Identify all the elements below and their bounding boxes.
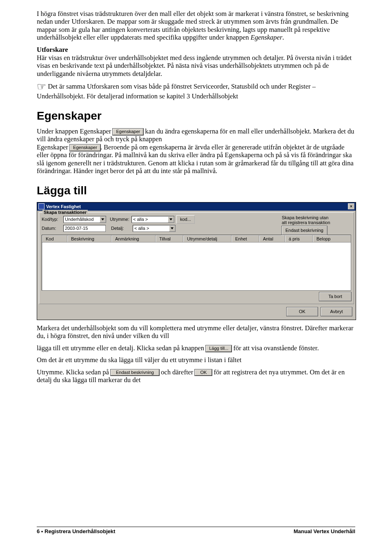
chevron-down-icon (168, 216, 174, 222)
input-datum[interactable]: 2003-07-15 (63, 225, 106, 232)
chevron-down-icon (100, 216, 106, 222)
dropdown-kod[interactable]: Underhållskod (63, 216, 106, 223)
col-utrymmedetalj[interactable]: Utrymme/detalj (183, 235, 232, 242)
note-right: Skapa beskrivning utan att registrera tr… (278, 215, 351, 235)
groupbox-skapa: Skapa transaktioner Kod/typ: Underhållsk… (39, 212, 354, 304)
egenskaper-button-2[interactable]: Egenskaper (70, 145, 100, 151)
col-antal[interactable]: Antal (259, 235, 285, 242)
col-kod[interactable]: Kod (42, 235, 67, 242)
col-tillval[interactable]: Tillval (156, 235, 183, 242)
after-para-3: Om det är ett utrymme du ska lägga till … (37, 356, 355, 364)
kod-button[interactable]: kod... (176, 215, 195, 224)
app-icon (38, 203, 45, 209)
col-beskrivning[interactable]: Beskrivning (67, 235, 111, 242)
label-utrymme: Utrymme: (110, 217, 129, 222)
col-anmarkning[interactable]: Anmärkning (111, 235, 156, 242)
utforskare-body: Här visas en trädstruktur över underhåll… (37, 54, 355, 78)
after-para-4: Utrymme. Klicka sedan på Endast beskrivn… (37, 368, 355, 384)
ok-inline-button[interactable]: OK (195, 369, 212, 376)
egenskaper-button[interactable]: Egenskaper (113, 129, 143, 135)
lagg-till-button[interactable]: Lägg till... (206, 345, 232, 352)
groupbox-legend: Skapa transaktioner (42, 210, 88, 215)
note-paragraph: ☞ Det är samma Utforskaren som visas båd… (37, 82, 355, 100)
after-para-2: lägga till ett utrymme eller en detalj. … (37, 344, 355, 352)
titlebar: Vertex Fastighet × (37, 202, 356, 211)
col-apris[interactable]: á pris (285, 235, 313, 242)
label-datum: Datum: (42, 226, 61, 231)
hand-icon: ☞ (37, 81, 46, 93)
col-enhet[interactable]: Enhet (232, 235, 259, 242)
ok-button[interactable]: OK (287, 307, 318, 316)
utforskare-heading: Utforskare (37, 46, 355, 54)
tabort-button[interactable]: Ta bort (319, 292, 351, 301)
dropdown-utrymme[interactable]: < alla > (131, 216, 174, 223)
label-detalj: Detalj: (111, 226, 131, 231)
avbryt-button[interactable]: Avbryt (321, 307, 352, 316)
window-title: Vertex Fastighet (46, 204, 81, 209)
label-kod: Kod/typ: (42, 217, 61, 222)
dropdown-detalj[interactable]: < alla > (133, 225, 176, 232)
heading-egenskaper: Egenskaper (37, 109, 355, 122)
intro-paragraph: I högra fönstret visas trädstrukturen öv… (37, 10, 355, 42)
dialog-window: Vertex Fastighet × Skapa transaktioner K… (37, 202, 356, 320)
heading-lagga-till: Lägga till (37, 184, 355, 197)
list-area[interactable]: Kod Beskrivning Anmärkning Tillval Utrym… (42, 235, 351, 291)
list-header: Kod Beskrivning Anmärkning Tillval Utrym… (42, 235, 351, 242)
after-para-1: Markera det underhållsobjekt som du vill… (37, 324, 355, 340)
egenskaper-paragraph: Under knappen Egenskaper Egenskaper kan … (37, 127, 355, 175)
page-footer: 6 • Registrera Underhållsobjekt Manual V… (37, 527, 355, 534)
endast-beskrivning-inline-button[interactable]: Endast beskrivning (111, 369, 159, 376)
close-icon[interactable]: × (348, 203, 354, 209)
endast-beskrivning-button[interactable]: Endast beskrivning (282, 226, 327, 235)
col-belopp[interactable]: Belopp (313, 235, 351, 242)
chevron-down-icon (169, 225, 175, 231)
